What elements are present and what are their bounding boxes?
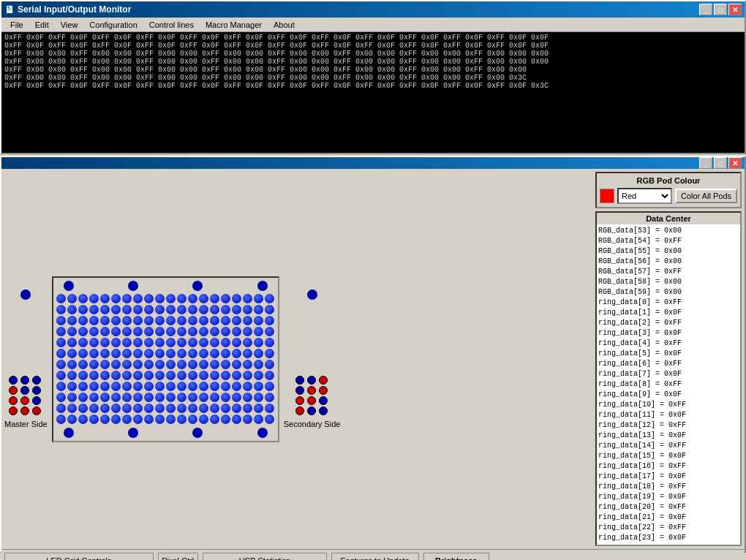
led-dot[interactable] bbox=[144, 382, 154, 391]
led-dot[interactable] bbox=[122, 338, 132, 347]
led-dot[interactable] bbox=[89, 349, 99, 358]
led-dot[interactable] bbox=[221, 305, 230, 314]
led-dot[interactable] bbox=[254, 393, 263, 402]
led-dot[interactable] bbox=[56, 415, 66, 424]
led-dot[interactable] bbox=[210, 327, 219, 336]
led-dot[interactable] bbox=[210, 371, 219, 380]
led-dot[interactable] bbox=[133, 415, 143, 424]
led-dot[interactable] bbox=[166, 327, 176, 336]
led-dot[interactable] bbox=[144, 294, 154, 303]
led-dot[interactable] bbox=[133, 294, 143, 303]
led-dot[interactable] bbox=[243, 415, 252, 424]
led-dot[interactable] bbox=[188, 349, 197, 358]
led-dot[interactable] bbox=[210, 360, 219, 369]
led-dot[interactable] bbox=[133, 371, 143, 380]
led-dot[interactable] bbox=[188, 316, 197, 325]
led-dot[interactable] bbox=[56, 327, 66, 336]
led-dot[interactable] bbox=[199, 327, 208, 336]
led-dot[interactable] bbox=[254, 338, 263, 347]
led-dot[interactable] bbox=[188, 338, 197, 347]
led-dot[interactable] bbox=[122, 360, 132, 369]
led-dot[interactable] bbox=[254, 305, 263, 314]
led-dot[interactable] bbox=[111, 349, 121, 358]
led-dot[interactable] bbox=[100, 349, 110, 358]
led-dot[interactable] bbox=[166, 349, 176, 358]
led-dot[interactable] bbox=[232, 371, 241, 380]
led-dot[interactable] bbox=[122, 349, 132, 358]
led-dot[interactable] bbox=[56, 338, 66, 347]
led-dot[interactable] bbox=[155, 305, 165, 314]
led-dot[interactable] bbox=[89, 415, 99, 424]
led-dot[interactable] bbox=[199, 294, 208, 303]
led-dot[interactable] bbox=[188, 415, 197, 424]
led-dot[interactable] bbox=[155, 415, 165, 424]
led-dot[interactable] bbox=[100, 382, 110, 391]
led-dot[interactable] bbox=[166, 338, 176, 347]
led-dot[interactable] bbox=[100, 415, 110, 424]
led-dot[interactable] bbox=[199, 415, 208, 424]
led-dot[interactable] bbox=[265, 393, 274, 402]
led-dot[interactable] bbox=[67, 382, 77, 391]
led-dot[interactable] bbox=[166, 404, 176, 413]
led-dot[interactable] bbox=[89, 338, 99, 347]
led-dot[interactable] bbox=[67, 393, 77, 402]
led-dot[interactable] bbox=[199, 338, 208, 347]
led-dot[interactable] bbox=[210, 294, 219, 303]
led-dot[interactable] bbox=[144, 349, 154, 358]
led-dot[interactable] bbox=[232, 327, 241, 336]
led-dot[interactable] bbox=[177, 382, 186, 391]
led-dot[interactable] bbox=[210, 338, 219, 347]
led-dot[interactable] bbox=[122, 316, 132, 325]
led-dot[interactable] bbox=[188, 382, 197, 391]
led-dot[interactable] bbox=[210, 382, 219, 391]
led-dot[interactable] bbox=[265, 360, 274, 369]
led-dot[interactable] bbox=[133, 305, 143, 314]
led-dot[interactable] bbox=[100, 393, 110, 402]
led-dot[interactable] bbox=[155, 404, 165, 413]
led-dot[interactable] bbox=[111, 382, 121, 391]
main-close-btn[interactable]: ✕ bbox=[728, 157, 742, 169]
led-dot[interactable] bbox=[133, 349, 143, 358]
led-dot[interactable] bbox=[199, 360, 208, 369]
led-dot[interactable] bbox=[133, 393, 143, 402]
menu-about[interactable]: About bbox=[268, 19, 301, 31]
led-dot[interactable] bbox=[199, 316, 208, 325]
led-dot[interactable] bbox=[177, 404, 186, 413]
led-dot[interactable] bbox=[221, 360, 230, 369]
led-dot[interactable] bbox=[78, 327, 88, 336]
led-dot[interactable] bbox=[56, 316, 66, 325]
led-dot[interactable] bbox=[232, 349, 241, 358]
led-dot[interactable] bbox=[144, 404, 154, 413]
led-dot[interactable] bbox=[111, 404, 121, 413]
led-dot[interactable] bbox=[67, 305, 77, 314]
led-dot[interactable] bbox=[122, 305, 132, 314]
led-dot[interactable] bbox=[166, 305, 176, 314]
menu-file[interactable]: File bbox=[4, 19, 29, 31]
led-dot[interactable] bbox=[111, 327, 121, 336]
led-dot[interactable] bbox=[177, 349, 186, 358]
led-dot[interactable] bbox=[56, 294, 66, 303]
led-dot[interactable] bbox=[188, 371, 197, 380]
led-dot[interactable] bbox=[144, 360, 154, 369]
led-dot[interactable] bbox=[67, 316, 77, 325]
led-dot[interactable] bbox=[100, 327, 110, 336]
led-dot[interactable] bbox=[100, 316, 110, 325]
led-dot[interactable] bbox=[265, 415, 274, 424]
led-dot[interactable] bbox=[111, 305, 121, 314]
led-dot[interactable] bbox=[232, 382, 241, 391]
led-dot[interactable] bbox=[67, 327, 77, 336]
color-select[interactable]: Red bbox=[617, 188, 672, 204]
led-dot[interactable] bbox=[78, 415, 88, 424]
led-dot[interactable] bbox=[199, 305, 208, 314]
main-minimize-btn[interactable]: _ bbox=[699, 157, 712, 169]
led-dot[interactable] bbox=[67, 294, 77, 303]
led-dot[interactable] bbox=[56, 349, 66, 358]
led-dot[interactable] bbox=[254, 371, 263, 380]
main-maximize-btn[interactable]: □ bbox=[714, 157, 727, 169]
led-dot[interactable] bbox=[155, 294, 165, 303]
led-dot[interactable] bbox=[111, 393, 121, 402]
led-dot[interactable] bbox=[177, 371, 186, 380]
led-dot[interactable] bbox=[67, 404, 77, 413]
led-dot[interactable] bbox=[232, 294, 241, 303]
color-all-pods-btn[interactable]: Color All Pods bbox=[675, 189, 737, 203]
